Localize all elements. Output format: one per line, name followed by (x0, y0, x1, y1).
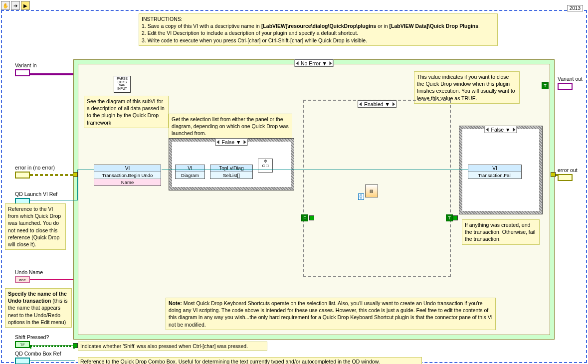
close-window-comment: This value indicates if you want to clos… (414, 71, 520, 104)
error-in-terminal (15, 172, 30, 179)
selection-list-comment: Get the selection list from either the p… (169, 114, 292, 139)
run-tool-icon[interactable]: ▶ (21, 1, 30, 10)
false-case-selector-1[interactable]: False ▼ (215, 138, 248, 146)
tunnel-2 (453, 215, 458, 220)
toolbar: ✋ ➔ ▶ (1, 1, 30, 10)
enabled-selector[interactable]: Enabled ▼ (358, 100, 396, 108)
zero-constant: 0 (358, 193, 364, 200)
parse-qdks-subvi-icon[interactable]: PARSE QDKS VAR INPUT (114, 76, 131, 93)
launch-ref-comment: Reference to the VI from which Quick Dro… (5, 203, 66, 250)
toplvldiag-sellist-node[interactable]: TopLvlDiag SelList[] (210, 165, 253, 179)
shift-comment: Indicates whether 'Shift' was also press… (78, 342, 267, 351)
panel-diagram-case: False ▼ VI Diagram TopLvlDiag SelList[] … (169, 138, 294, 190)
year-label: 2013 (567, 5, 583, 11)
tunnel-1 (309, 215, 314, 220)
error-tunnel-out (551, 172, 556, 177)
variant-out-indicator: Variant out (558, 76, 583, 90)
variant-in-terminal (15, 69, 30, 76)
for-loop-icon: ✲C □ (258, 159, 273, 173)
transaction-begin-undo-node[interactable]: VI Transaction.Begin Undo Name (94, 165, 161, 186)
ref-wire-1 (30, 200, 77, 200)
qd-launch-ref-control: QD Launch VI Ref (15, 191, 57, 205)
combo-wire (30, 361, 75, 361)
undo-name-comment: Specify the name of the Undo transaction… (5, 288, 72, 328)
transaction-fail-node[interactable]: VI Transaction.Fail (468, 165, 522, 179)
ref-wire-3 (77, 170, 94, 170)
false-constant: F (301, 214, 308, 221)
undo-name-terminal: abc (15, 276, 30, 283)
arrow-tool-icon[interactable]: ➔ (11, 1, 20, 10)
bool-tunnel (73, 343, 78, 348)
error-in-control: error in (no error) (15, 165, 55, 179)
error-out-indicator: error out (558, 167, 578, 181)
combo-comment: Reference to the Quick Drop Combo Box. U… (78, 357, 422, 364)
shift-pressed-terminal: TF (15, 341, 30, 348)
true-constant-2: T (446, 214, 453, 221)
shift-wire (30, 345, 75, 347)
qd-combo-ref-terminal (15, 358, 30, 364)
instructions-comment: INSTRUCTIONS: 1. Save a copy of this VI … (139, 13, 498, 46)
vi-diagram-prop-node[interactable]: VI Diagram (175, 165, 205, 179)
instructions-heading: INSTRUCTIONS: (142, 16, 183, 22)
error-tunnel-in (73, 172, 78, 177)
false-case-selector-2[interactable]: False ▼ (485, 126, 517, 133)
true-constant: T (542, 82, 549, 89)
hand-tool-icon[interactable]: ✋ (1, 1, 10, 10)
error-out-terminal (558, 174, 573, 181)
bottom-note-comment: Note: Most Quick Drop Keyboard Shortcuts… (166, 298, 496, 330)
sub-vi-icon[interactable]: ▤ (365, 184, 378, 197)
qd-combo-ref-control: QD Combo Box Ref (15, 351, 61, 364)
fail-comment: If anything was created, end the transac… (462, 219, 540, 245)
ref-wire-main (162, 170, 468, 170)
no-error-case-selector[interactable]: No Error ▼ (294, 59, 334, 67)
parse-subvi-comment: See the diagram of this subVI for a desc… (84, 96, 169, 128)
undo-name-control: Undo Name abc (15, 269, 43, 283)
variant-out-terminal (558, 83, 573, 90)
